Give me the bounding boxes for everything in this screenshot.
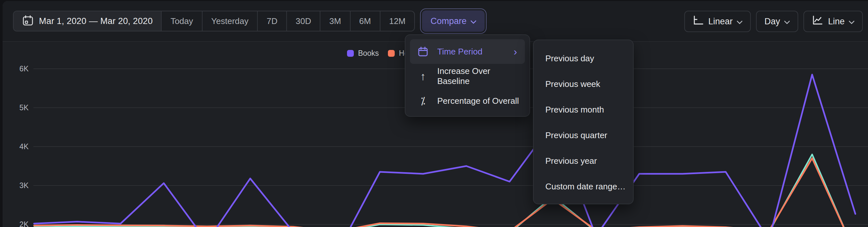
submenu-item-previous-month[interactable]: Previous month [534,97,633,123]
legend-swatch-icon [388,50,395,57]
y-tick-label: 6K [6,65,29,73]
preset-7d[interactable]: 7D [257,11,286,31]
date-range-button[interactable]: Mar 1, 2020 — Mar 20, 2020 [13,11,161,31]
preset-today[interactable]: Today [161,11,202,31]
compare-button-label: Compare [430,16,466,26]
calendar-icon [22,14,34,28]
legend-swatch-icon [347,50,354,57]
date-range-group: Mar 1, 2020 — Mar 20, 2020 TodayYesterda… [13,11,415,31]
time-period-submenu: Previous dayPrevious weekPrevious monthP… [533,39,633,204]
y-tick-label: 3K [6,181,29,190]
menu-item-label: Increase Over Baseline [437,66,525,86]
calendar-icon [416,46,430,57]
menu-item-increase-over-baseline[interactable]: ↑Increase Over Baseline [410,64,525,89]
compare-button[interactable]: Compare [422,10,485,32]
chart-type-dropdown[interactable]: Line [803,11,863,32]
series-line-2 [34,154,855,227]
submenu-item-previous-week[interactable]: Previous week [534,71,633,97]
chart-type-dropdown-label: Line [828,17,845,27]
menu-item-label: Time Period [437,47,483,57]
series-line-1 [34,158,855,227]
scale-dropdown-label: Linear [708,17,733,27]
preset-yesterday[interactable]: Yesterday [202,11,257,31]
menu-item-time-period[interactable]: Time Period› [410,39,525,64]
chart-legend: BooksHo [347,49,408,58]
axis-scale-icon [693,15,704,28]
arrow-up-icon: ↑ [416,70,430,83]
submenu-item-previous-day[interactable]: Previous day [534,46,633,71]
compare-menu: Time Period›↑Increase Over Baseline⁒Perc… [405,34,530,117]
chevron-down-icon [784,18,790,23]
app-window: BooksHo 6K5K4K3K2K Mar 1, 2020 — Mar 20,… [0,0,868,227]
percent-icon: ⁒ [416,95,430,107]
submenu-item-previous-year[interactable]: Previous year [534,148,633,174]
menu-item-percentage-of-overall[interactable]: ⁒Percentage of Overall [410,89,525,113]
granularity-dropdown-label: Day [765,17,780,27]
chevron-down-icon [471,18,476,23]
submenu-item-custom-date-range-[interactable]: Custom date range… [534,174,633,199]
legend-item[interactable]: Books [347,49,379,58]
submenu-item-previous-quarter[interactable]: Previous quarter [534,123,633,148]
chevron-down-icon [737,18,742,23]
y-tick-label: 4K [6,142,29,151]
chevron-down-icon [849,18,855,23]
menu-item-label: Percentage of Overall [437,96,519,106]
preset-12m[interactable]: 12M [380,11,414,31]
line-chart-icon [812,15,824,28]
toolbar-right: Linear Day Line [684,11,863,32]
preset-3m[interactable]: 3M [320,11,350,31]
toolbar-left: Mar 1, 2020 — Mar 20, 2020 TodayYesterda… [13,11,485,31]
preset-6m[interactable]: 6M [350,11,380,31]
granularity-dropdown[interactable]: Day [756,11,798,32]
y-tick-label: 2K [6,220,29,227]
legend-label: Books [358,49,379,58]
preset-segments: TodayYesterday7D30D3M6M12M [161,11,414,31]
date-range-label: Mar 1, 2020 — Mar 20, 2020 [39,16,153,26]
y-tick-label: 5K [6,103,29,112]
preset-30d[interactable]: 30D [286,11,320,31]
scale-dropdown[interactable]: Linear [684,11,751,32]
